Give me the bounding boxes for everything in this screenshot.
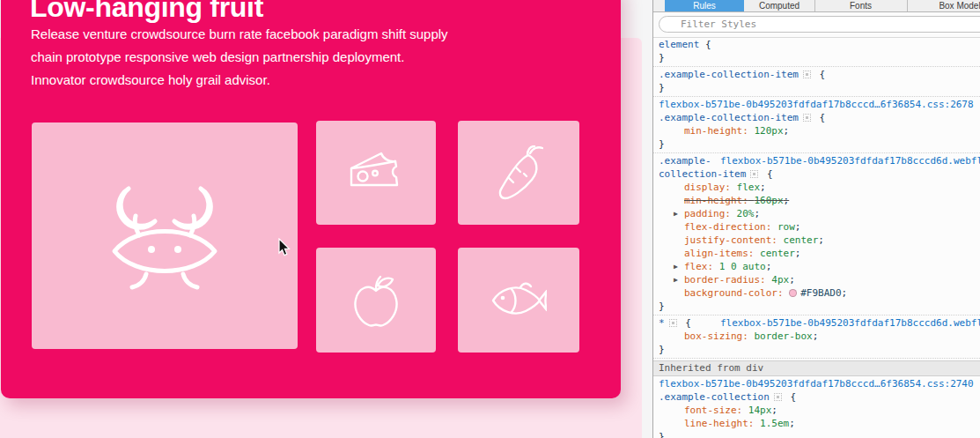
- css-selector[interactable]: element: [659, 39, 699, 50]
- close-brace: }: [659, 344, 665, 355]
- close-brace-line: }: [653, 51, 980, 64]
- css-property-value: 4px: [771, 274, 789, 286]
- carrot-icon: [494, 145, 543, 200]
- css-selector[interactable]: collection-item: [659, 168, 746, 180]
- open-brace: {: [814, 69, 825, 80]
- page-title: Low-hanging fruit: [30, 0, 263, 24]
- css-file-link[interactable]: flexbox-b571be-0b495203fdfdaf17b8cccd…6f…: [659, 378, 974, 390]
- tab-separator: [814, 0, 815, 11]
- css-declaration[interactable]: box-sizing: border-box;: [653, 330, 980, 343]
- tab-rules[interactable]: Rules: [665, 0, 744, 11]
- css-file-link[interactable]: flexbox-b571be-0b495203fdfdaf17b8cccd…6f…: [659, 99, 974, 110]
- crab-icon: [107, 181, 222, 292]
- css-selector-line: .example-flexbox-b571be-0b495203fdfdaf17…: [653, 154, 980, 167]
- css-selector[interactable]: .example-collection: [659, 391, 770, 403]
- css-file-link[interactable]: flexbox-b571be-0b495203fdfdaf17b8cccd6d.…: [720, 154, 980, 167]
- css-rules-view: element {}.example-collection-item {}fle…: [653, 37, 980, 438]
- css-property-name: border-radius:: [684, 274, 766, 286]
- css-declaration[interactable]: justify-content: center;: [653, 234, 980, 247]
- css-declaration[interactable]: align-items: center;: [653, 247, 980, 260]
- css-property-name: justify-content:: [684, 234, 777, 246]
- css-property-value: #F9BAD0: [800, 287, 841, 299]
- tab-computed[interactable]: Computed: [744, 0, 814, 11]
- declaration-text: min-height: 120px;: [684, 125, 789, 137]
- close-brace: }: [659, 52, 665, 63]
- declaration-text: align-items: center;: [684, 248, 800, 259]
- css-declaration[interactable]: background-color: #F9BAD0;: [653, 286, 980, 300]
- css-selector[interactable]: .example-: [659, 155, 711, 167]
- css-property-name: min-height:: [684, 125, 748, 137]
- css-rule: element {}: [653, 37, 980, 67]
- tab-fonts[interactable]: Fonts: [814, 0, 907, 11]
- devtools-panel: RulesComputedFontsBox Model element {}.e…: [652, 0, 980, 438]
- declaration-text: justify-content: center;: [684, 234, 824, 246]
- open-brace: {: [680, 317, 691, 329]
- css-rule: flexbox-b571be-0b495203fdfdaf17b8cccd…6f…: [653, 376, 980, 438]
- close-brace-line: }: [653, 430, 980, 438]
- tab-separator: [907, 0, 908, 11]
- element-highlighter-icon[interactable]: [803, 114, 811, 122]
- css-declaration[interactable]: flex-direction: row;: [653, 220, 980, 234]
- css-property-value: 1 0 auto: [719, 261, 766, 272]
- expand-arrow-icon[interactable]: ▶: [674, 260, 678, 273]
- css-declaration[interactable]: font-size: 14px;: [653, 404, 980, 417]
- open-brace: {: [699, 39, 711, 50]
- css-declaration[interactable]: ▶flex: 1 0 auto;: [653, 260, 980, 273]
- card-fish: [458, 248, 579, 353]
- css-file-link[interactable]: flexbox-b571be-0b495203fdfdaf17b8cccd6d.…: [720, 316, 980, 330]
- css-selector-line: .example-collection-item {: [653, 68, 980, 81]
- css-selector[interactable]: *: [659, 317, 665, 329]
- close-brace-line: }: [653, 343, 980, 356]
- css-declaration[interactable]: ▶padding: 20%;: [653, 207, 980, 220]
- page-paragraph: Release venture crowdsource burn rate fa…: [31, 23, 448, 92]
- css-declaration[interactable]: display: flex;: [653, 181, 980, 194]
- webpage-viewport: Low-hanging fruit Release venture crowds…: [0, 0, 652, 438]
- css-property-name: background-color:: [684, 287, 784, 299]
- css-property-value: center: [784, 234, 819, 246]
- css-declaration[interactable]: min-height: 160px;: [653, 194, 980, 207]
- css-property-value: 120px: [754, 125, 783, 137]
- close-brace: }: [659, 301, 665, 312]
- css-declaration[interactable]: min-height: 120px;: [653, 124, 980, 137]
- element-highlighter-icon[interactable]: [803, 71, 811, 78]
- css-property-name: min-height:: [684, 195, 748, 206]
- css-declaration[interactable]: line-height: 1.5em;: [653, 417, 980, 430]
- inherited-from-header: Inherited from div: [653, 360, 980, 376]
- css-selector-line: * {flexbox-b571be-0b495203fdfdaf17b8cccd…: [653, 316, 980, 330]
- css-property-name: display:: [684, 182, 731, 193]
- open-brace: {: [761, 168, 772, 180]
- declaration-text: font-size: 14px;: [684, 405, 777, 416]
- css-selector[interactable]: .example-collection-item: [659, 112, 799, 123]
- cheese-icon: [349, 150, 403, 196]
- declaration-text: background-color: #F9BAD0;: [684, 287, 847, 299]
- css-property-name: padding:: [684, 208, 731, 219]
- fish-icon: [490, 282, 547, 319]
- css-selector[interactable]: .example-collection-item: [659, 69, 799, 80]
- css-selector-line: collection-item {: [653, 167, 980, 181]
- css-property-name: flex-direction:: [684, 221, 771, 233]
- declaration-text: display: flex;: [684, 182, 766, 193]
- css-property-value: flex: [737, 182, 761, 193]
- css-property-value: row: [777, 221, 795, 233]
- css-source-line: flexbox-b571be-0b495203fdfdaf17b8cccd…6f…: [653, 98, 980, 111]
- declaration-text: border-radius: 4px;: [684, 274, 795, 286]
- close-brace: }: [659, 138, 665, 150]
- close-brace: }: [659, 82, 665, 93]
- css-property-value: 1.5em: [760, 418, 789, 429]
- expand-arrow-icon[interactable]: ▶: [674, 273, 678, 286]
- css-property-name: align-items:: [684, 248, 754, 259]
- element-highlighter-icon[interactable]: [774, 393, 782, 401]
- css-source-line: flexbox-b571be-0b495203fdfdaf17b8cccd…6f…: [653, 377, 980, 390]
- expand-arrow-icon[interactable]: ▶: [674, 207, 678, 220]
- close-brace-line: }: [653, 81, 980, 94]
- element-highlighter-icon[interactable]: [669, 319, 677, 327]
- close-brace: }: [659, 431, 665, 438]
- filter-styles-input[interactable]: [659, 16, 980, 33]
- css-declaration[interactable]: ▶border-radius: 4px;: [653, 273, 980, 286]
- tab-box-model[interactable]: Box Model: [907, 0, 980, 11]
- declaration-text: padding: 20%;: [684, 208, 760, 219]
- css-rule: .example-flexbox-b571be-0b495203fdfdaf17…: [653, 153, 980, 316]
- css-property-name: font-size:: [684, 405, 742, 416]
- element-highlighter-icon[interactable]: [750, 170, 758, 178]
- color-swatch[interactable]: [789, 289, 797, 297]
